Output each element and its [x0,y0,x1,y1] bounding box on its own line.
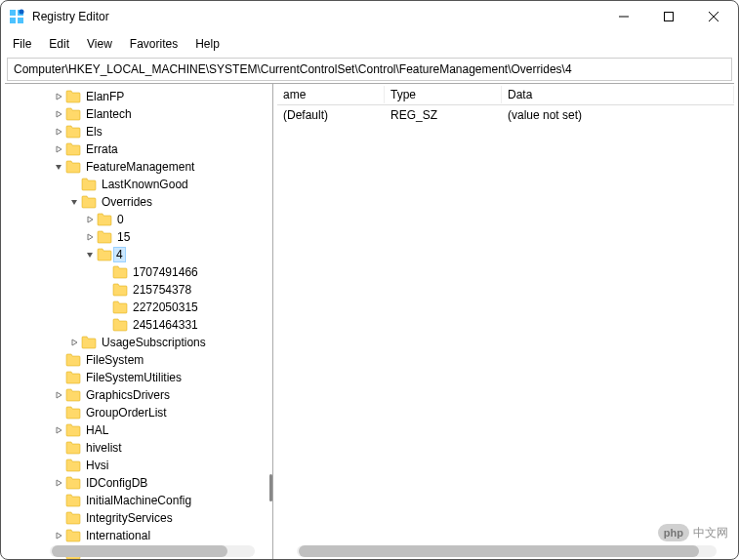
folder-icon [65,125,81,139]
tree-item[interactable]: International [5,527,272,544]
tree-item-label: LastKnownGood [101,178,189,191]
tree-item[interactable]: Elantech [5,105,272,123]
tree-item[interactable]: 215754378 [5,281,272,299]
tree-item[interactable]: 1707491466 [5,263,272,281]
tree-item-label: IDConfigDB [85,476,148,490]
tree-pane[interactable]: ElanFPElantechElsErrataFeatureManagement… [5,84,273,559]
tree-item[interactable]: InitialMachineConfig [5,492,272,509]
tree-item[interactable]: ElanFP [5,88,272,105]
tree-item[interactable]: 2272050315 [5,299,272,316]
folder-icon [97,230,112,244]
content-area: ElanFPElantechElsErrataFeatureManagement… [5,83,734,559]
chevron-down-icon[interactable] [52,160,65,174]
tree-item[interactable]: UsageSubscriptions [5,334,272,351]
tree-item-label: InitialMachineConfig [85,494,192,507]
tree-item[interactable]: HAL [5,421,272,439]
folder-icon [65,353,81,367]
tree-item[interactable]: hivelist [5,439,272,457]
menu-favorites[interactable]: Favorites [122,34,185,54]
values-pane[interactable]: ame Type Data (Default) REG_SZ (value no… [277,84,734,559]
tree-item[interactable]: 0 [5,211,272,228]
tree-item-label: HAL [85,423,109,437]
value-name: (Default) [277,107,385,123]
tree-item[interactable]: LastKnownGood [5,176,272,193]
tree-item-label: 215754378 [132,283,192,297]
folder-icon [65,529,81,542]
chevron-right-icon[interactable] [52,529,65,542]
scrollbar-thumb[interactable] [52,545,227,557]
chevron-right-icon[interactable] [52,388,65,402]
tree-scrollbar-horizontal[interactable] [50,545,255,557]
tree-item-label: GraphicsDrivers [85,388,171,402]
svg-rect-0 [10,10,16,16]
tree-item[interactable]: GraphicsDrivers [5,386,272,404]
chevron-down-icon[interactable] [67,195,81,209]
titlebar: Registry Editor [1,1,738,32]
tree-item-label: FileSystemUtilities [85,371,183,384]
tree-item[interactable]: Els [5,123,272,140]
tree-item[interactable]: Errata [5,140,272,158]
tree-item[interactable]: FileSystem [5,351,272,369]
svg-point-4 [20,10,24,15]
chevron-right-icon[interactable] [83,230,97,244]
chevron-right-icon[interactable] [52,125,65,139]
tree-item-label: FileSystem [85,353,144,367]
tree-item[interactable]: 4 [5,246,272,263]
window-title: Registry Editor [32,10,601,23]
tree-item-label: 4 [113,247,126,262]
tree-item[interactable]: FileSystemUtilities [5,369,272,386]
watermark-text: 中文网 [693,525,728,541]
minimize-button[interactable] [601,2,646,31]
tree-item-label: ElanFP [85,90,125,103]
tree-item[interactable]: FeatureManagement [5,158,272,176]
column-header-type[interactable]: Type [385,86,502,103]
folder-icon [112,318,128,332]
folder-icon [65,406,81,420]
tree-item[interactable]: Hvsi [5,457,272,474]
tree-item-label: Errata [85,142,119,156]
tree-item[interactable]: Overrides [5,193,272,211]
tree-item[interactable]: GroupOrderList [5,404,272,421]
app-icon [9,9,24,24]
tree-item-label: International [85,529,151,542]
chevron-right-icon[interactable] [83,213,97,226]
menu-help[interactable]: Help [187,34,227,54]
column-header-data[interactable]: Data [502,86,734,103]
svg-rect-2 [10,18,16,23]
chevron-right-icon[interactable] [52,107,65,121]
watermark-badge: php [658,524,689,541]
list-row[interactable]: (Default) REG_SZ (value not set) [277,105,734,125]
list-header: ame Type Data [277,84,734,105]
tree-item[interactable]: 2451464331 [5,316,272,334]
folder-icon [65,160,81,174]
tree-item-label: Overrides [101,195,153,209]
chevron-right-icon[interactable] [52,90,65,103]
folder-icon [65,459,81,472]
tree-item-label: FeatureManagement [85,160,195,174]
menu-file[interactable]: File [5,34,39,54]
values-scrollbar-horizontal[interactable] [297,545,717,557]
folder-icon [65,388,81,402]
value-data: (value not set) [502,107,734,123]
tree-item[interactable]: IntegrityServices [5,509,272,527]
menu-edit[interactable]: Edit [41,34,77,54]
tree-item-label: 2272050315 [132,300,199,314]
maximize-button[interactable] [646,2,691,31]
tree-item-label: 15 [116,230,131,244]
tree-item[interactable]: IDConfigDB [5,474,272,492]
chevron-right-icon[interactable] [52,142,65,156]
column-header-name[interactable]: ame [277,86,385,103]
chevron-right-icon[interactable] [67,336,81,349]
chevron-down-icon[interactable] [83,248,97,261]
tree-item[interactable]: 15 [5,228,272,246]
folder-icon [65,494,81,507]
chevron-right-icon[interactable] [52,423,65,437]
chevron-right-icon[interactable] [52,476,65,490]
address-bar[interactable]: Computer\HKEY_LOCAL_MACHINE\SYSTEM\Curre… [7,58,732,81]
close-button[interactable] [691,2,736,31]
tree-item-label: hivelist [85,441,123,455]
menu-view[interactable]: View [79,34,120,54]
scrollbar-thumb[interactable] [299,545,699,557]
folder-icon [97,213,112,226]
pane-resize-handle[interactable] [269,474,272,501]
